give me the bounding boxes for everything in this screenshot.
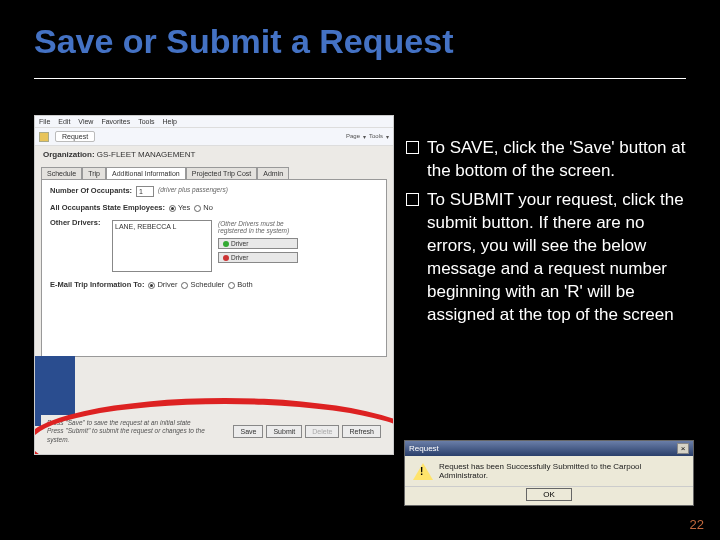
delete-button[interactable]: Delete <box>305 425 339 438</box>
other-drivers-list[interactable]: LANE, REBECCA L <box>112 220 212 272</box>
bullet-box-icon <box>406 193 419 206</box>
minus-icon <box>223 255 229 261</box>
footer-row: Press "Save" to save the request at an i… <box>41 415 387 448</box>
ok-button[interactable]: OK <box>526 488 572 501</box>
footer-buttons: Save Submit Delete Refresh <box>233 425 381 438</box>
tab-panel: Number Of Occupants: 1 (driver plus pass… <box>41 179 387 357</box>
org-label: Organization: <box>43 150 95 159</box>
other-drivers-label: Other Drivers: <box>50 218 108 227</box>
radio-scheduler[interactable] <box>181 282 188 289</box>
dialog-message: Request has been Successfully Submitted … <box>439 462 685 480</box>
submit-button[interactable]: Submit <box>266 425 302 438</box>
menu-tools[interactable]: Tools <box>138 118 154 125</box>
tab-schedule[interactable]: Schedule <box>41 167 82 179</box>
warning-icon <box>413 463 433 480</box>
radio-yes[interactable] <box>169 205 176 212</box>
dialog-footer: OK <box>405 486 693 505</box>
radio-driver[interactable] <box>148 282 155 289</box>
dialog-title-text: Request <box>409 444 439 453</box>
toolbar-right: Page ▾ Tools ▾ <box>346 133 389 140</box>
footer-hint: Press "Save" to save the request at an i… <box>47 419 227 444</box>
radio-driver-label: Driver <box>157 280 177 289</box>
state-employees-label: All Occupants State Employees: <box>50 203 165 212</box>
radio-no[interactable] <box>194 205 201 212</box>
radio-no-label: No <box>203 203 213 212</box>
state-employees-row: All Occupants State Employees: Yes No <box>50 203 378 212</box>
bullet-2-text: To SUBMIT your request, click the submit… <box>427 189 686 327</box>
other-drivers-row: Other Drivers: LANE, REBECCA L (Other Dr… <box>50 218 378 272</box>
organization-row: Organization: GS-FLEET MANAGEMENT <box>35 146 393 163</box>
tabs-row: Schedule Trip Additional Information Pro… <box>35 163 393 179</box>
toolbar-tools[interactable]: Tools <box>369 133 383 140</box>
tab-admin[interactable]: Admin <box>257 167 289 179</box>
close-icon[interactable]: × <box>677 443 689 454</box>
slide-title: Save or Submit a Request <box>0 0 720 67</box>
menu-file[interactable]: File <box>39 118 50 125</box>
dialog-body: Request has been Successfully Submitted … <box>405 456 693 486</box>
add-driver-button[interactable]: Driver <box>218 238 298 249</box>
title-underline <box>34 78 686 79</box>
num-occupants-input[interactable]: 1 <box>136 186 154 197</box>
save-button[interactable]: Save <box>233 425 263 438</box>
bullet-1-text: To SAVE, click the 'Save' button at the … <box>427 137 686 183</box>
menubar: File Edit View Favorites Tools Help <box>35 116 393 128</box>
plus-icon <box>223 241 229 247</box>
toolbar: Request Page ▾ Tools ▾ <box>35 128 393 146</box>
refresh-button[interactable]: Refresh <box>342 425 381 438</box>
footer-hint-2: Press "Submit" to submit the request or … <box>47 427 227 444</box>
toolbar-tab-request[interactable]: Request <box>55 131 95 142</box>
bullet-1: To SAVE, click the 'Save' button at the … <box>406 137 686 183</box>
num-occupants-row: Number Of Occupants: 1 (driver plus pass… <box>50 186 378 197</box>
menu-favorites[interactable]: Favorites <box>101 118 130 125</box>
menu-edit[interactable]: Edit <box>58 118 70 125</box>
radio-yes-label: Yes <box>178 203 190 212</box>
org-value: GS-FLEET MANAGEMENT <box>97 150 196 159</box>
favorites-icon[interactable] <box>39 132 49 142</box>
radio-scheduler-label: Scheduler <box>190 280 224 289</box>
menu-help[interactable]: Help <box>163 118 177 125</box>
page-number: 22 <box>690 517 704 532</box>
tab-additional-information[interactable]: Additional Information <box>106 167 186 179</box>
menu-view[interactable]: View <box>78 118 93 125</box>
other-drivers-helper: (Other Drivers must be registered in the… <box>218 220 298 234</box>
radio-both-label: Both <box>237 280 252 289</box>
tab-trip[interactable]: Trip <box>82 167 106 179</box>
tab-projected-trip-cost[interactable]: Projected Trip Cost <box>186 167 258 179</box>
radio-both[interactable] <box>228 282 235 289</box>
dialog-titlebar: Request × <box>405 441 693 456</box>
screenshot-panel: File Edit View Favorites Tools Help Requ… <box>34 115 394 455</box>
confirmation-dialog: Request × Request has been Successfully … <box>404 440 694 506</box>
bullet-2: To SUBMIT your request, click the submit… <box>406 189 686 327</box>
toolbar-page[interactable]: Page <box>346 133 360 140</box>
email-trip-label: E-Mail Trip Information To: <box>50 280 144 289</box>
bullet-box-icon <box>406 141 419 154</box>
num-occupants-label: Number Of Occupants: <box>50 186 132 195</box>
num-occupants-helper: (driver plus passengers) <box>158 186 228 193</box>
remove-driver-button[interactable]: Driver <box>218 252 298 263</box>
footer-hint-1: Press "Save" to save the request at an i… <box>47 419 227 427</box>
email-trip-row: E-Mail Trip Information To: Driver Sched… <box>50 280 378 289</box>
